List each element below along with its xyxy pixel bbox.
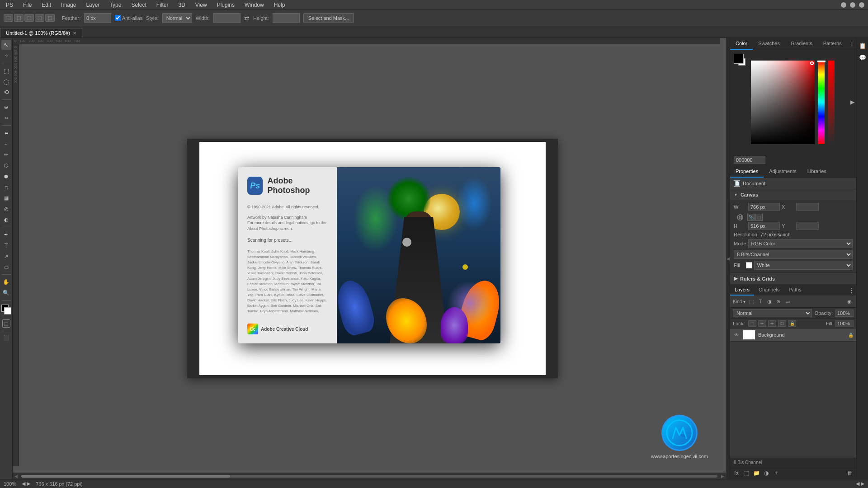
fill-color-swatch[interactable] <box>746 262 752 268</box>
tab-gradients[interactable]: Gradients <box>785 38 818 50</box>
panel-collapse-strip[interactable]: ◀ <box>726 38 730 479</box>
menu-help[interactable]: Help <box>272 1 288 9</box>
scroll-right-arrow[interactable]: ▶ <box>721 474 724 479</box>
options-tool-btn-2[interactable]: ⬚ <box>14 14 24 22</box>
background-color-swatch[interactable] <box>4 307 11 314</box>
dodge-tool[interactable]: ◐ <box>1 215 11 225</box>
tab-channels[interactable]: Channels <box>754 285 784 296</box>
canvas-y-input[interactable] <box>796 222 819 230</box>
lock-image-btn[interactable]: ✏ <box>758 320 766 327</box>
move-tool[interactable]: ↖ <box>1 40 11 50</box>
menu-ps[interactable]: PS <box>4 1 15 9</box>
type-tool[interactable]: T <box>1 240 11 250</box>
menu-layer[interactable]: Layer <box>84 1 102 9</box>
options-tool-btn-3[interactable]: ⬚ <box>24 14 34 22</box>
lasso-tool[interactable]: ◌ <box>1 76 11 86</box>
canvas-section-header[interactable]: ▼ Canvas <box>730 189 856 200</box>
scroll-thumb-h[interactable] <box>21 475 717 478</box>
properties-panel-icon[interactable]: 📋 <box>858 41 868 51</box>
anti-alias-checkbox[interactable] <box>115 15 121 21</box>
bit-depth-select[interactable]: 8 Bits/Channel <box>734 250 853 259</box>
menu-type[interactable]: Type <box>107 1 123 9</box>
frame-tool[interactable]: ✂ <box>1 113 11 123</box>
status-arrows[interactable]: ◀ ▶ <box>22 481 30 487</box>
alpha-slider[interactable] <box>828 61 835 144</box>
select-mask-button[interactable]: Select and Mask... <box>303 13 354 23</box>
hand-tool[interactable]: ✋ <box>1 277 11 287</box>
color-panel-settings[interactable]: ⋮ <box>849 41 854 47</box>
link-button[interactable]: ⛓ <box>734 214 746 221</box>
healing-brush[interactable]: ↔ <box>1 139 11 149</box>
menu-filter[interactable]: Filter <box>154 1 171 9</box>
create-group-btn[interactable]: 📁 <box>752 469 761 478</box>
canvas-scrollbar-horizontal[interactable]: ◀ ▶ <box>13 473 726 479</box>
artboard-tool[interactable]: ⊹ <box>1 51 11 61</box>
tab-swatches[interactable]: Swatches <box>753 38 785 50</box>
delete-layer-btn[interactable]: 🗑 <box>845 469 854 478</box>
lock-artboard-btn[interactable]: ⬡ <box>778 320 786 327</box>
options-tool-btn-5[interactable]: ⬚ <box>45 14 55 22</box>
eraser-tool[interactable]: ◻ <box>1 182 11 192</box>
pen-tool[interactable]: ✒ <box>1 230 11 239</box>
canvas-transform-btn[interactable]: ⬚ <box>755 214 763 221</box>
opacity-input[interactable] <box>835 310 854 317</box>
filter-adjust-icon[interactable]: ◑ <box>765 297 774 305</box>
color-expand-arrow[interactable]: ▶ <box>850 99 854 105</box>
lock-all-btn[interactable]: 🔒 <box>788 320 796 327</box>
tab-adjustments[interactable]: Adjustments <box>764 166 802 178</box>
filter-pixel-icon[interactable]: ⬚ <box>747 297 755 305</box>
aspect-lock-btn[interactable]: 📎 <box>747 214 755 221</box>
fill-input[interactable] <box>835 320 854 327</box>
menu-edit[interactable]: Edit <box>39 1 53 9</box>
history-brush[interactable]: ⬢ <box>1 171 11 181</box>
tab-color[interactable]: Color <box>730 38 753 50</box>
color-picker-canvas[interactable] <box>751 61 815 144</box>
options-tool-btn-4[interactable]: ⬚ <box>35 14 44 22</box>
add-mask-btn[interactable]: ⬚ <box>742 469 751 478</box>
fill-select[interactable]: White <box>754 261 853 270</box>
minimize-button[interactable] <box>841 2 846 8</box>
tab-properties[interactable]: Properties <box>730 166 764 178</box>
tab-patterns[interactable]: Patterns <box>818 38 847 50</box>
canvas-x-input[interactable] <box>796 203 819 211</box>
document-tab[interactable]: Untitled-1 @ 100% (RGB/8#) ✕ <box>0 28 82 38</box>
scroll-indicator[interactable]: ◀ ▶ <box>856 481 864 487</box>
rulers-grids-header[interactable]: ▶ Rulers & Grids <box>730 273 856 284</box>
create-fill-btn[interactable]: ◑ <box>762 469 771 478</box>
path-selection-tool[interactable]: ↗ <box>1 251 11 261</box>
canvas-width-input[interactable] <box>748 203 780 211</box>
filter-shape-icon[interactable]: ▭ <box>783 297 792 305</box>
add-layer-style-btn[interactable]: fx <box>732 469 741 478</box>
menu-select[interactable]: Select <box>129 1 148 9</box>
menu-plugins[interactable]: Plugins <box>215 1 237 9</box>
mode-select[interactable]: RGB Color <box>748 239 853 248</box>
blur-tool[interactable]: ◎ <box>1 204 11 214</box>
layer-filter-toggle[interactable]: ◉ <box>845 297 854 305</box>
tab-layers[interactable]: Layers <box>730 285 754 296</box>
tab-paths[interactable]: Paths <box>784 285 806 296</box>
eyedropper-tool[interactable]: ⬌ <box>1 128 11 138</box>
lock-transparent-btn[interactable]: ⬚ <box>748 320 756 327</box>
clone-stamp-tool[interactable]: ⬡ <box>1 160 11 170</box>
menu-image[interactable]: Image <box>59 1 78 9</box>
menu-3d[interactable]: 3D <box>176 1 187 9</box>
rectangular-marquee-tool[interactable]: ⬚ <box>1 66 11 75</box>
height-input[interactable] <box>273 13 300 23</box>
gradient-tool[interactable]: ▦ <box>1 193 11 203</box>
filter-text-icon[interactable]: T <box>756 297 764 305</box>
quick-mask-toggle[interactable]: ⬚ <box>2 319 10 328</box>
shape-tool[interactable]: ▭ <box>1 262 11 272</box>
menu-window[interactable]: Window <box>242 1 266 9</box>
options-tool-btn-1[interactable]: ⬚ <box>4 14 13 22</box>
chat-panel-icon[interactable]: 💬 <box>858 52 868 62</box>
maximize-button[interactable] <box>850 2 855 8</box>
new-layer-btn[interactable]: + <box>772 469 781 478</box>
hue-slider[interactable] <box>818 61 825 144</box>
foreground-swatch[interactable] <box>734 54 744 64</box>
feather-input[interactable] <box>84 13 111 23</box>
crop-tool[interactable]: ⊕ <box>1 102 11 112</box>
hex-color-input[interactable] <box>734 156 765 164</box>
tab-libraries[interactable]: Libraries <box>802 166 832 178</box>
layers-panel-menu[interactable]: ⋮ <box>847 285 856 296</box>
canvas-height-input[interactable] <box>748 222 780 230</box>
